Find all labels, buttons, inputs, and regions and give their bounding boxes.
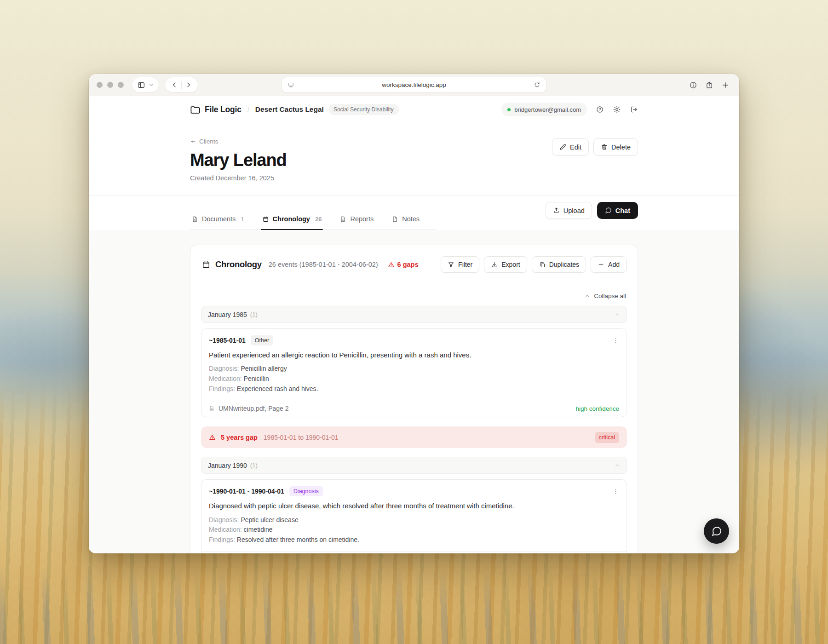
account-pill[interactable]: bridgertower@gmail.com bbox=[501, 103, 587, 116]
warning-triangle-icon bbox=[209, 434, 216, 441]
browser-window: workspace.filelogic.app File Logic bbox=[89, 74, 739, 553]
tab-chronology[interactable]: Chronology 26 bbox=[261, 215, 323, 230]
collapse-all-button[interactable]: Collapse all bbox=[584, 293, 626, 299]
upload-icon bbox=[553, 207, 560, 214]
add-button[interactable]: Add bbox=[591, 256, 627, 273]
panel-title: Chronology bbox=[215, 259, 262, 270]
chronology-panel-header: Chronology 26 events (1985-01-01 - 2004-… bbox=[190, 245, 638, 284]
tab-reports[interactable]: Reports bbox=[338, 215, 375, 230]
event-date: ~1985-01-01 bbox=[209, 337, 246, 344]
info-button[interactable] bbox=[689, 81, 697, 89]
event-date: ~1990-01-01 - 1990-04-01 bbox=[209, 488, 284, 495]
chevron-up-icon[interactable] bbox=[614, 462, 620, 468]
event-card: ~1985-01-01 Other Patient experienced an… bbox=[201, 328, 627, 417]
chat-bubble-icon bbox=[605, 207, 612, 214]
upload-button-label: Upload bbox=[564, 207, 585, 214]
breadcrumb-separator: / bbox=[247, 106, 249, 114]
chevron-up-icon bbox=[584, 293, 590, 299]
file-icon bbox=[391, 216, 398, 223]
chat-bubble-icon bbox=[711, 526, 722, 537]
tab-chronology-count: 26 bbox=[315, 216, 322, 223]
copy-icon bbox=[539, 261, 546, 268]
logout-button[interactable] bbox=[630, 105, 638, 114]
new-tab-button[interactable] bbox=[721, 81, 730, 89]
field-value: Peptic ulcer disease bbox=[241, 516, 298, 523]
client-header: Clients Mary Leland Created December 16,… bbox=[89, 123, 739, 196]
duplicates-button[interactable]: Duplicates bbox=[532, 256, 586, 273]
tab-chronology-label: Chronology bbox=[273, 215, 310, 223]
address-bar[interactable]: workspace.filelogic.app bbox=[282, 77, 546, 92]
close-window-button[interactable] bbox=[97, 82, 103, 88]
app-name: File Logic bbox=[205, 105, 242, 115]
add-button-label: Add bbox=[608, 261, 620, 268]
back-to-clients-link[interactable]: Clients bbox=[190, 138, 218, 145]
chronology-panel: Chronology 26 events (1985-01-01 - 2004-… bbox=[190, 245, 638, 553]
gap-range: 1985-01-01 to 1990-01-01 bbox=[264, 434, 339, 441]
delete-button-label: Delete bbox=[611, 144, 631, 151]
back-button[interactable] bbox=[168, 77, 181, 92]
export-button[interactable]: Export bbox=[484, 256, 527, 273]
share-button[interactable] bbox=[705, 81, 713, 89]
filter-button-label: Filter bbox=[458, 261, 472, 268]
tab-documents[interactable]: Documents 1 bbox=[190, 215, 246, 230]
gap-severity-badge: critical bbox=[595, 432, 619, 443]
file-text-icon bbox=[191, 216, 198, 223]
source-document-link[interactable]: UMNwriteup.pdf, Page 2 bbox=[218, 405, 289, 412]
gap-alert[interactable]: 5 years gap 1985-01-01 to 1990-01-01 cri… bbox=[201, 426, 627, 448]
event-field: Medication:cimetidine bbox=[209, 525, 619, 535]
back-link-label: Clients bbox=[199, 138, 218, 145]
confidence-badge: high confidence bbox=[575, 405, 619, 412]
online-status-dot bbox=[507, 108, 511, 111]
app-header: File Logic / Desert Cactus Legal Social … bbox=[89, 96, 739, 123]
file-chart-icon bbox=[339, 216, 346, 223]
field-label: Medication: bbox=[209, 375, 242, 382]
zoom-window-button[interactable] bbox=[118, 82, 124, 88]
tab-reports-label: Reports bbox=[350, 215, 374, 223]
event-type-badge: Diagnosis bbox=[289, 486, 323, 496]
delete-button[interactable]: Delete bbox=[593, 138, 638, 155]
event-summary: Patient experienced an allergic reaction… bbox=[209, 351, 619, 360]
gaps-indicator[interactable]: 6 gaps bbox=[388, 261, 419, 268]
tab-strip: Documents 1 Chronology 26 Reports bbox=[190, 215, 436, 230]
event-menu-button[interactable] bbox=[612, 337, 619, 344]
field-label: Diagnosis: bbox=[209, 365, 239, 372]
forward-button[interactable] bbox=[182, 77, 195, 92]
event-field: Diagnosis:Peptic ulcer disease bbox=[209, 515, 619, 525]
group-header-jan-1985[interactable]: January 1985 (1) bbox=[201, 306, 627, 323]
event-menu-button[interactable] bbox=[612, 488, 619, 495]
sidebar-icon bbox=[137, 81, 145, 89]
field-label: Medication: bbox=[209, 526, 242, 533]
edit-button[interactable]: Edit bbox=[552, 138, 589, 155]
chat-fab[interactable] bbox=[704, 518, 729, 544]
app-logo[interactable]: File Logic bbox=[190, 104, 242, 115]
upload-button[interactable]: Upload bbox=[546, 202, 592, 219]
arrow-left-icon bbox=[190, 138, 196, 144]
chevron-down-icon bbox=[149, 82, 154, 87]
filter-funnel-icon bbox=[448, 261, 454, 268]
event-card: ~1990-01-01 - 1990-04-01 Diagnosis Diagn… bbox=[201, 479, 627, 553]
minimize-window-button[interactable] bbox=[107, 82, 113, 88]
sidebar-toggle-button[interactable] bbox=[132, 77, 159, 92]
chevron-up-icon[interactable] bbox=[614, 311, 620, 317]
field-value: cimetidine bbox=[244, 526, 273, 533]
url-text: workspace.filelogic.app bbox=[294, 81, 534, 88]
gaps-label: 6 gaps bbox=[397, 261, 419, 268]
settings-button[interactable] bbox=[613, 105, 621, 114]
tab-notes[interactable]: Notes bbox=[390, 215, 421, 230]
group-count: (1) bbox=[250, 311, 258, 318]
edit-button-label: Edit bbox=[570, 144, 581, 151]
duplicates-button-label: Duplicates bbox=[549, 261, 579, 268]
group-header-jan-1990[interactable]: January 1990 (1) bbox=[201, 457, 627, 474]
workspace-name[interactable]: Desert Cactus Legal bbox=[255, 105, 324, 114]
page-settings-icon[interactable] bbox=[288, 81, 294, 88]
chat-button[interactable]: Chat bbox=[597, 202, 638, 219]
toolbar-right-actions bbox=[689, 81, 731, 89]
filter-button[interactable]: Filter bbox=[441, 256, 479, 273]
event-field: Findings:Resolved after three months on … bbox=[209, 535, 619, 545]
history-nav bbox=[165, 77, 198, 92]
help-button[interactable] bbox=[596, 105, 604, 114]
collapse-all-label: Collapse all bbox=[594, 293, 626, 299]
reload-icon[interactable] bbox=[534, 81, 540, 88]
event-field: Diagnosis:Penicillin allergy bbox=[209, 364, 619, 374]
window-controls bbox=[97, 82, 124, 88]
